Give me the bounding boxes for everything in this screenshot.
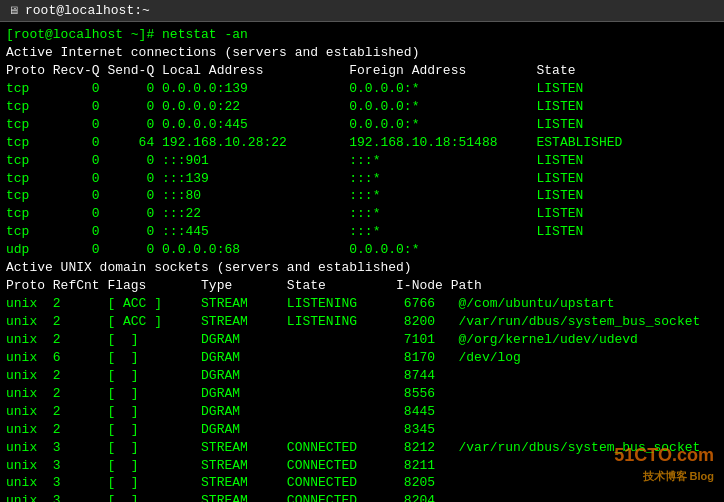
terminal-line: unix 3 [ ] STREAM CONNECTED 8212 /var/ru… <box>6 439 718 457</box>
terminal-line: Active UNIX domain sockets (servers and … <box>6 259 718 277</box>
title-bar: 🖥 root@localhost:~ <box>0 0 724 22</box>
terminal-window: [root@localhost ~]# netstat -anActive In… <box>0 22 724 502</box>
terminal-line: tcp 0 0 :::139 :::* LISTEN <box>6 170 718 188</box>
terminal-line: unix 3 [ ] STREAM CONNECTED 8204 <box>6 492 718 502</box>
terminal-line: Proto Recv-Q Send-Q Local Address Foreig… <box>6 62 718 80</box>
terminal-icon: 🖥 <box>8 4 19 17</box>
terminal-line: udp 0 0 0.0.0.0:68 0.0.0.0:* <box>6 241 718 259</box>
terminal-line: [root@localhost ~]# netstat -an <box>6 26 718 44</box>
terminal-content: [root@localhost ~]# netstat -anActive In… <box>6 26 718 502</box>
terminal-line: unix 6 [ ] DGRAM 8170 /dev/log <box>6 349 718 367</box>
terminal-line: unix 2 [ ] DGRAM 8744 <box>6 367 718 385</box>
terminal-line: tcp 0 0 0.0.0.0:445 0.0.0.0:* LISTEN <box>6 116 718 134</box>
terminal-line: tcp 0 0 0.0.0.0:22 0.0.0.0:* LISTEN <box>6 98 718 116</box>
terminal-line: unix 2 [ ACC ] STREAM LISTENING 6766 @/c… <box>6 295 718 313</box>
terminal-line: unix 2 [ ] DGRAM 8556 <box>6 385 718 403</box>
terminal-line: unix 3 [ ] STREAM CONNECTED 8211 <box>6 457 718 475</box>
watermark-line1: 51CTO.com <box>614 443 714 468</box>
terminal-line: tcp 0 0 :::445 :::* LISTEN <box>6 223 718 241</box>
terminal-line: tcp 0 0 :::80 :::* LISTEN <box>6 187 718 205</box>
terminal-line: Active Internet connections (servers and… <box>6 44 718 62</box>
terminal-line: unix 2 [ ACC ] STREAM LISTENING 8200 /va… <box>6 313 718 331</box>
watermark: 51CTO.com 技术博客 Blog <box>614 443 714 484</box>
terminal-line: unix 2 [ ] DGRAM 8445 <box>6 403 718 421</box>
terminal-line: tcp 0 0 :::22 :::* LISTEN <box>6 205 718 223</box>
terminal-line: Proto RefCnt Flags Type State I-Node Pat… <box>6 277 718 295</box>
terminal-line: unix 2 [ ] DGRAM 8345 <box>6 421 718 439</box>
terminal-line: tcp 0 0 0.0.0.0:139 0.0.0.0:* LISTEN <box>6 80 718 98</box>
terminal-line: tcp 0 0 :::901 :::* LISTEN <box>6 152 718 170</box>
title-label: root@localhost:~ <box>25 3 150 18</box>
terminal-line: unix 2 [ ] DGRAM 7101 @/org/kernel/udev/… <box>6 331 718 349</box>
terminal-line: unix 3 [ ] STREAM CONNECTED 8205 <box>6 474 718 492</box>
watermark-line2: 技术博客 Blog <box>614 469 714 484</box>
terminal-line: tcp 0 64 192.168.10.28:22 192.168.10.18:… <box>6 134 718 152</box>
